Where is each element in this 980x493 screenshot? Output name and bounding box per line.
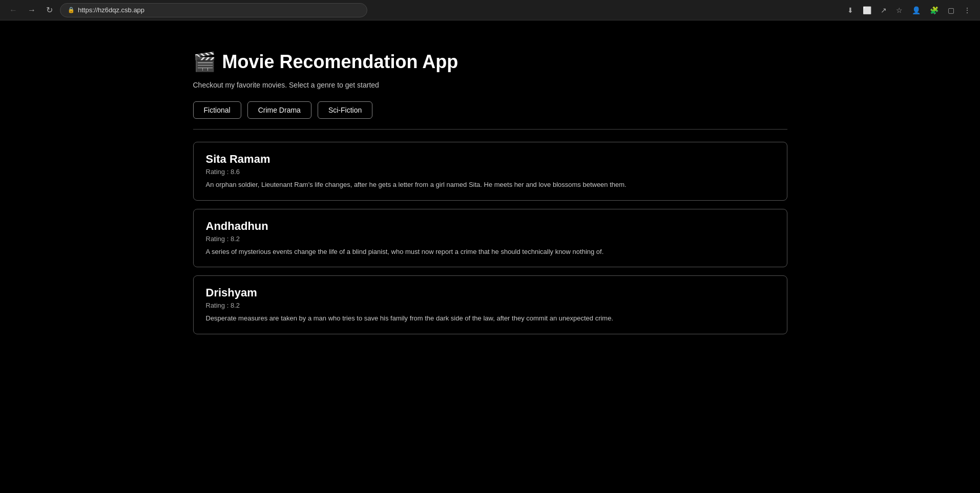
address-bar[interactable]: 🔒 https://hz6dqz.csb.app xyxy=(60,3,367,17)
reload-button[interactable]: ↻ xyxy=(43,3,56,17)
forward-button[interactable]: → xyxy=(25,4,39,17)
screenshot-icon[interactable]: ⬜ xyxy=(860,4,874,16)
window-icon[interactable]: ▢ xyxy=(945,4,957,16)
profile-icon[interactable]: 👤 xyxy=(909,4,924,16)
genre-button-crime-drama[interactable]: Crime Drama xyxy=(247,101,311,119)
genre-buttons: Fictional Crime Drama Sci-Fiction xyxy=(193,101,787,119)
movie-title: Sita Ramam xyxy=(206,153,775,166)
genre-button-fictional[interactable]: Fictional xyxy=(193,101,241,119)
share-icon[interactable]: ↗ xyxy=(878,4,890,16)
movie-card-drishyam: Drishyam Rating : 8.2 Desperate measures… xyxy=(193,275,787,334)
movie-description: Desperate measures are taken by a man wh… xyxy=(206,313,775,324)
app-header: 🎬 Movie Recomendation App xyxy=(193,51,787,73)
movie-card-sita-ramam: Sita Ramam Rating : 8.6 An orphan soldie… xyxy=(193,142,787,201)
genre-button-sci-fiction[interactable]: Sci-Fiction xyxy=(318,101,372,119)
lock-icon: 🔒 xyxy=(68,7,75,13)
extensions-icon[interactable]: 🧩 xyxy=(927,4,942,16)
browser-actions: ⬇ ⬜ ↗ ☆ 👤 🧩 ▢ ⋮ xyxy=(844,4,974,16)
app-container: 🎬 Movie Recomendation App Checkout my fa… xyxy=(183,20,798,355)
download-icon[interactable]: ⬇ xyxy=(844,4,857,16)
app-subtitle: Checkout my favorite movies. Select a ge… xyxy=(193,81,787,89)
browser-chrome: ← → ↻ 🔒 https://hz6dqz.csb.app ⬇ ⬜ ↗ ☆ 👤… xyxy=(0,0,980,20)
app-title: Movie Recomendation App xyxy=(222,51,458,73)
clapper-icon: 🎬 xyxy=(193,51,216,73)
bookmark-icon[interactable]: ☆ xyxy=(893,4,906,16)
section-divider xyxy=(193,129,787,130)
movie-description: An orphan soldier, Lieutenant Ram's life… xyxy=(206,180,775,190)
movie-card-andhadhun: Andhadhun Rating : 8.2 A series of myste… xyxy=(193,209,787,268)
menu-icon[interactable]: ⋮ xyxy=(961,4,974,16)
url-text: https://hz6dqz.csb.app xyxy=(78,6,144,14)
movie-title: Andhadhun xyxy=(206,220,775,233)
movie-title: Drishyam xyxy=(206,286,775,299)
back-button[interactable]: ← xyxy=(6,4,20,17)
movie-rating: Rating : 8.2 xyxy=(206,235,775,243)
movie-rating: Rating : 8.6 xyxy=(206,168,775,176)
movie-rating: Rating : 8.2 xyxy=(206,302,775,309)
movie-description: A series of mysterious events change the… xyxy=(206,247,775,257)
movies-list: Sita Ramam Rating : 8.6 An orphan soldie… xyxy=(193,142,787,334)
